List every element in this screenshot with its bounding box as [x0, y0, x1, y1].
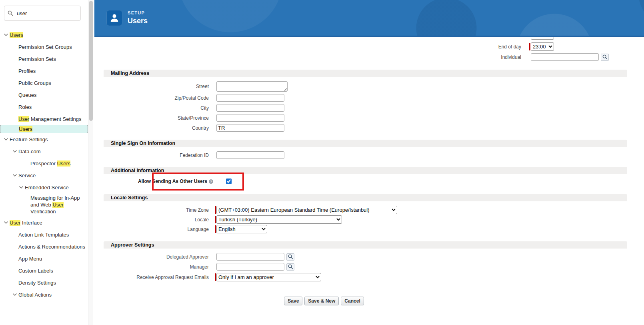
language-label: Language — [104, 227, 216, 232]
sidebar-item-action-link-templates[interactable]: Action Link Templates — [0, 229, 88, 241]
search-icon — [8, 10, 13, 16]
chevron-down-icon[interactable] — [2, 138, 10, 140]
sidebar-item-user-management-settings[interactable]: User Management Settings — [0, 113, 88, 125]
sidebar-group-service[interactable]: Service — [0, 169, 88, 181]
section-title: Mailing Address — [111, 70, 149, 76]
allow-sending-checkbox[interactable] — [226, 179, 232, 184]
receive-approval-emails-label: Receive Approval Request Emails — [104, 275, 216, 280]
setup-tree: Users Permission Set Groups Permission S… — [0, 27, 88, 301]
sidebar-item-actions-recommendations[interactable]: Actions & Recommendations — [0, 241, 88, 253]
chevron-down-icon[interactable] — [11, 174, 18, 177]
sidebar-item-users[interactable]: Users — [0, 125, 88, 133]
sidebar-item-custom-labels[interactable]: Custom Labels — [0, 265, 88, 277]
country-input[interactable] — [216, 124, 284, 132]
sidebar-group-user-interface[interactable]: User Interface — [0, 217, 88, 229]
chevron-down-icon[interactable] — [11, 150, 18, 152]
section-title: Approver Settings — [111, 242, 154, 248]
state-input[interactable] — [216, 114, 284, 122]
save-button[interactable]: Save — [284, 297, 302, 305]
chevron-down-icon[interactable] — [2, 221, 10, 224]
lookup-icon[interactable] — [286, 253, 294, 261]
time-zone-label: Time Zone — [104, 207, 216, 213]
field-row-receive-approval-emails: Receive Approval Request Emails Only if … — [104, 273, 627, 281]
sidebar-item-profiles[interactable]: Profiles — [0, 65, 88, 77]
field-row-individual: Individual — [445, 53, 609, 61]
lookup-icon[interactable] — [286, 263, 294, 271]
setup-main: SETUP Users End of day 23:00 Individual — [94, 0, 644, 325]
sidebar-item-roles[interactable]: Roles — [0, 101, 88, 113]
field-row-manager: Manager — [104, 263, 627, 271]
sidebar-item-queues[interactable]: Queues — [0, 89, 88, 101]
users-setup-icon — [106, 10, 122, 26]
language-select[interactable]: English — [216, 225, 267, 233]
section-title: Additional Information — [111, 168, 164, 173]
chevron-down-icon[interactable] — [2, 34, 10, 36]
cancel-button[interactable]: Cancel — [341, 297, 364, 305]
country-label: Country — [104, 125, 216, 131]
sidebar-group-global-actions[interactable]: Global Actions — [0, 289, 88, 301]
field-row-locale: Locale Turkish (Türkiye) — [104, 215, 627, 224]
salesforce-setup-app: Users Permission Set Groups Permission S… — [0, 0, 644, 325]
manager-label: Manager — [104, 264, 216, 270]
search-input[interactable] — [16, 10, 77, 17]
save-and-new-button[interactable]: Save & New — [304, 297, 339, 305]
federation-id-input[interactable] — [216, 151, 284, 159]
sidebar-search-box[interactable] — [4, 6, 81, 21]
locale-label: Locale — [104, 217, 216, 223]
sidebar-item-messaging-in-app-web-user-verification[interactable]: Messaging for In-App and Web User Verifi… — [0, 193, 88, 217]
setup-sidebar: Users Permission Set Groups Permission S… — [0, 0, 88, 325]
city-label: City — [104, 105, 216, 111]
field-row-zip: Zip/Postal Code — [104, 94, 627, 102]
end-of-day-label: End of day — [445, 44, 531, 50]
time-zone-select[interactable]: (GMT+03:00) Eastern European Standard Ti… — [216, 206, 397, 214]
sidebar-group-feature-settings[interactable]: Feature Settings — [0, 133, 88, 145]
locale-select[interactable]: Turkish (Türkiye) — [216, 215, 342, 224]
field-row-city: City — [104, 104, 627, 112]
sidebar-group-data-com[interactable]: Data.com — [0, 145, 88, 157]
section-additional-information: Additional Information Allow Sending As … — [104, 167, 627, 186]
street-label: Street — [104, 84, 216, 89]
lookup-icon[interactable] — [601, 54, 609, 61]
sidebar-item-permission-sets[interactable]: Permission Sets — [0, 53, 88, 65]
sidebar-item-public-groups[interactable]: Public Groups — [0, 77, 88, 89]
required-indicator — [215, 206, 216, 214]
sidebar-item-app-menu[interactable]: App Menu — [0, 253, 88, 265]
field-row-end-of-day: End of day 23:00 — [445, 42, 609, 51]
section-single-sign-on: Single Sign On Information Federation ID — [104, 140, 627, 159]
sidebar-scrollbar-thumb[interactable] — [89, 1, 93, 121]
field-row-delegated-approver: Delegated Approver — [104, 253, 627, 261]
end-of-day-select[interactable]: 23:00 — [531, 42, 554, 51]
section-mailing-address: Mailing Address Street Zip/Postal Code C… — [104, 70, 627, 132]
section-header: Approver Settings — [104, 241, 627, 249]
form-buttons: Save Save & New Cancel — [104, 297, 544, 305]
section-header: Single Sign On Information — [104, 140, 627, 147]
sidebar-item-density-settings[interactable]: Density Settings — [0, 277, 88, 289]
sidebar-group-users[interactable]: Users — [0, 29, 88, 41]
individual-input[interactable] — [531, 53, 599, 61]
chevron-down-icon[interactable] — [18, 186, 25, 189]
sidebar-group-embedded-service[interactable]: Embedded Service — [0, 181, 88, 193]
required-indicator — [215, 225, 216, 233]
chevron-down-icon[interactable] — [11, 293, 18, 296]
field-row-time-zone: Time Zone (GMT+03:00) Eastern European S… — [104, 206, 627, 214]
partially-visible-field — [531, 37, 555, 40]
delegated-approver-input[interactable] — [216, 253, 284, 261]
receive-approval-emails-select[interactable]: Only if I am an approver — [216, 273, 321, 281]
required-indicator — [529, 43, 530, 50]
field-row-allow-sending: Allow Sending As Other Users? — [104, 177, 627, 186]
city-input[interactable] — [216, 104, 284, 112]
sidebar-item-prospector-users[interactable]: Prospector Users — [0, 157, 88, 169]
field-row-federation-id: Federation ID — [104, 151, 627, 159]
header-text: SETUP Users — [128, 10, 148, 25]
allow-sending-label: Allow Sending As Other Users? — [104, 179, 216, 184]
zip-input[interactable] — [216, 94, 284, 102]
sidebar-item-permission-set-groups[interactable]: Permission Set Groups — [0, 41, 88, 53]
street-textarea[interactable] — [216, 81, 288, 92]
section-title: Locale Settings — [111, 195, 148, 201]
help-icon[interactable]: ? — [209, 179, 213, 184]
sidebar-scrollbar-track[interactable] — [88, 0, 93, 325]
manager-input[interactable] — [216, 263, 284, 271]
required-indicator — [215, 216, 216, 223]
section-header: Locale Settings — [104, 194, 627, 201]
field-row-country: Country — [104, 124, 627, 132]
